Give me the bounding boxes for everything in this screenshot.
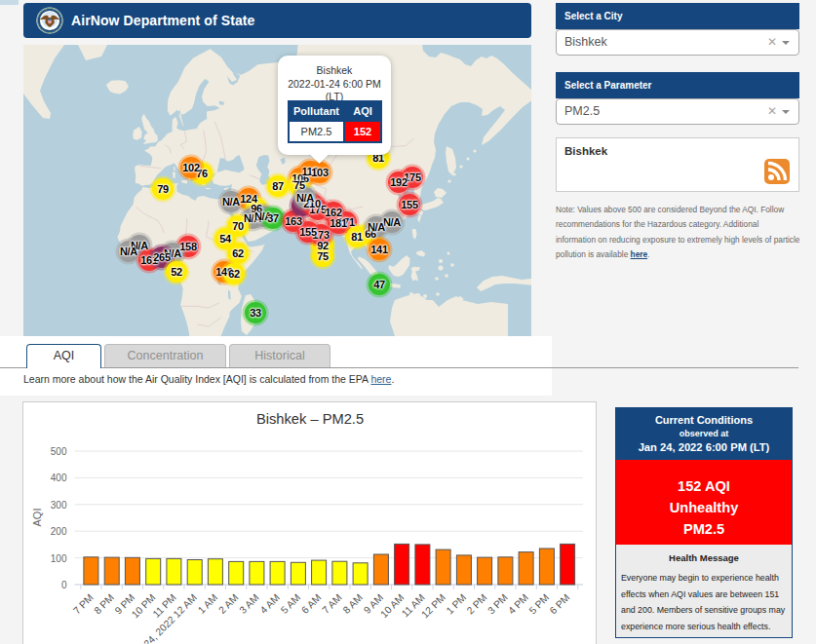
svg-text:3 PM: 3 PM [486, 592, 510, 617]
svg-text:1 PM: 1 PM [445, 592, 469, 617]
svg-text:7 AM: 7 AM [320, 592, 343, 616]
svg-text:100: 100 [51, 553, 67, 564]
svg-text:6 PM: 6 PM [548, 592, 572, 617]
svg-text:7 PM: 7 PM [71, 592, 96, 617]
svg-text:3 AM: 3 AM [237, 592, 260, 616]
svg-text:8 PM: 8 PM [92, 592, 116, 617]
svg-text:400: 400 [51, 473, 67, 483]
svg-text:500: 500 [51, 446, 67, 457]
svg-text:Bishkek – PM2.5: Bishkek – PM2.5 [256, 411, 364, 427]
svg-text:10 AM: 10 AM [378, 592, 406, 620]
svg-text:4 AM: 4 AM [258, 592, 282, 616]
svg-text:5 PM: 5 PM [527, 592, 552, 617]
svg-text:5 AM: 5 AM [279, 592, 302, 616]
svg-text:4 PM: 4 PM [506, 592, 530, 617]
svg-text:8 AM: 8 AM [341, 592, 365, 616]
svg-text:AQI: AQI [31, 509, 43, 527]
svg-text:300: 300 [51, 500, 67, 511]
svg-text:2 PM: 2 PM [465, 592, 489, 617]
svg-text:0: 0 [61, 580, 67, 590]
svg-text:2 AM: 2 AM [216, 592, 240, 616]
svg-text:200: 200 [51, 526, 67, 537]
svg-text:12 PM: 12 PM [419, 592, 447, 621]
svg-text:1 AM: 1 AM [196, 592, 219, 616]
svg-text:6 AM: 6 AM [299, 592, 323, 616]
